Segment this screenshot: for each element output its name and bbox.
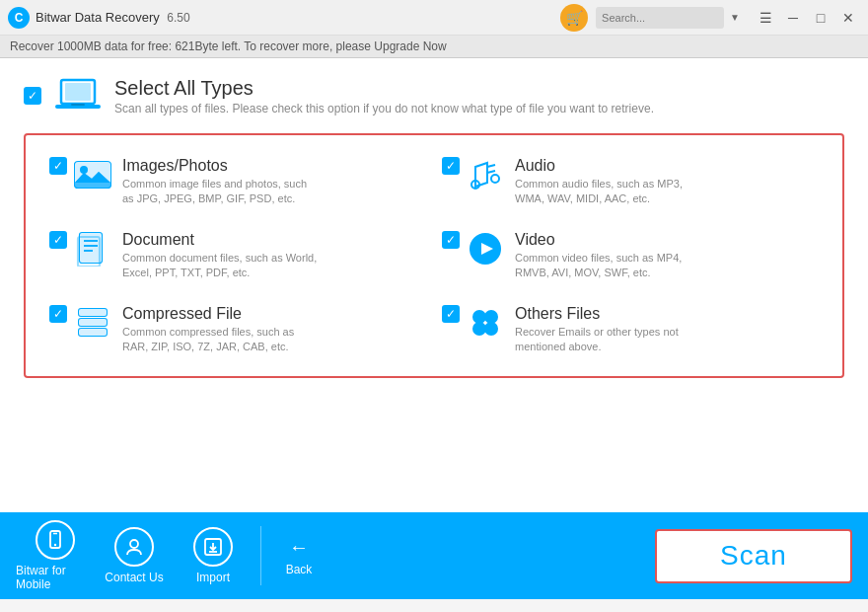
menu-button[interactable]: ☰ [754, 8, 777, 28]
video-title: Video [515, 231, 712, 249]
others-text: Others Files Recover Emails or other typ… [515, 305, 712, 355]
import-button[interactable]: Import [174, 519, 253, 592]
document-checkbox[interactable]: ✓ [49, 231, 67, 249]
video-checkbox[interactable]: ✓ [442, 231, 460, 249]
back-arrow-icon: ← [289, 536, 309, 559]
back-button[interactable]: ← Back [269, 536, 328, 576]
audio-title: Audio [515, 157, 712, 175]
images-description: Common image files and photos, such as J… [122, 177, 320, 207]
document-title: Document [122, 231, 320, 249]
import-label: Import [196, 571, 230, 584]
divider [260, 526, 261, 585]
svg-rect-3 [71, 104, 85, 106]
svg-point-11 [491, 175, 499, 183]
contact-label: Contact Us [105, 571, 163, 584]
svg-line-8 [487, 165, 495, 167]
file-type-audio[interactable]: ✓ Audio Common audio files, such as MP3,… [434, 145, 827, 219]
file-type-images[interactable]: ✓ Images/Photos Common image files and p… [41, 145, 434, 219]
cart-icon[interactable]: 🛒 [560, 4, 588, 32]
svg-point-28 [472, 322, 486, 336]
images-icon [73, 157, 112, 192]
svg-rect-1 [65, 83, 91, 101]
others-title: Others Files [515, 305, 712, 323]
minimize-button[interactable]: ─ [781, 8, 805, 28]
audio-checkbox[interactable]: ✓ [442, 157, 460, 175]
select-all-text: Select All Types Scan all types of files… [114, 77, 654, 115]
compressed-description: Common compressed files, such as RAR, ZI… [122, 325, 320, 355]
import-icon [193, 527, 233, 567]
scan-button[interactable]: Scan [655, 529, 852, 583]
search-input[interactable] [596, 7, 724, 29]
bottom-bar: Bitwar for Mobile Contact Us Import ← Ba… [0, 512, 868, 599]
svg-point-27 [484, 310, 498, 324]
app-name: Bitwar Data Recovery [36, 10, 160, 25]
video-text: Video Common video files, such as MP4, R… [515, 231, 712, 281]
audio-description: Common audio files, such as MP3, WMA, WA… [515, 177, 712, 207]
svg-rect-21 [79, 309, 107, 316]
mobile-icon [36, 520, 75, 560]
contact-icon [114, 527, 154, 567]
document-description: Common document files, such as World, Ex… [122, 251, 320, 281]
audio-text: Audio Common audio files, such as MP3, W… [515, 157, 712, 207]
title-bar: C Bitwar Data Recovery 6.50 🛒 ▼ ☰ ─ □ ✕ [0, 0, 868, 36]
others-description: Recover Emails or other types not mentio… [515, 325, 712, 355]
compressed-checkbox[interactable]: ✓ [49, 305, 67, 323]
file-types-grid: ✓ Images/Photos Common image files and p… [41, 145, 827, 366]
svg-point-29 [484, 322, 498, 336]
svg-line-9 [487, 171, 495, 173]
file-type-video[interactable]: ✓ Video Common video files, such as MP4,… [434, 219, 827, 293]
svg-point-33 [130, 540, 138, 548]
others-icon [466, 305, 505, 341]
compressed-text: Compressed File Common compressed files,… [122, 305, 320, 355]
file-type-others[interactable]: ✓ Others Files Recover Emails or other t… [434, 293, 827, 367]
file-type-document[interactable]: ✓ Document Common document files, such a… [41, 219, 434, 293]
mobile-label: Bitwar for Mobile [16, 564, 95, 591]
back-label: Back [286, 563, 313, 576]
app-logo: C [8, 7, 30, 29]
contact-button[interactable]: Contact Us [95, 519, 174, 592]
svg-point-26 [472, 310, 486, 324]
document-icon [73, 231, 112, 267]
document-text: Document Common document files, such as … [122, 231, 320, 281]
svg-rect-23 [79, 319, 107, 326]
mobile-button[interactable]: Bitwar for Mobile [16, 512, 95, 599]
video-description: Common video files, such as MP4, RMVB, A… [515, 251, 712, 281]
info-message: Recover 1000MB data for free: 621Byte le… [10, 39, 447, 53]
scan-label: Scan [720, 540, 787, 572]
select-all-row: ✓ Select All Types Scan all types of fil… [24, 76, 844, 115]
svg-rect-25 [79, 329, 107, 336]
info-bar: Recover 1000MB data for free: 621Byte le… [0, 36, 868, 58]
search-dropdown-icon[interactable]: ▼ [730, 12, 740, 23]
compressed-icon [73, 305, 112, 341]
select-all-description: Scan all types of files. Please check th… [114, 102, 654, 115]
audio-icon [466, 157, 505, 192]
svg-point-6 [80, 166, 88, 174]
app-version: 6.50 [167, 11, 189, 25]
close-button[interactable]: ✕ [836, 8, 860, 28]
video-icon [466, 231, 505, 267]
main-content: ✓ Select All Types Scan all types of fil… [0, 58, 868, 512]
file-types-box: ✓ Images/Photos Common image files and p… [24, 133, 844, 378]
others-checkbox[interactable]: ✓ [442, 305, 460, 323]
svg-point-31 [54, 544, 56, 546]
select-all-checkbox[interactable]: ✓ [24, 87, 41, 105]
images-text: Images/Photos Common image files and pho… [122, 157, 320, 207]
app-title: Bitwar Data Recovery 6.50 [36, 10, 560, 25]
images-title: Images/Photos [122, 157, 320, 175]
maximize-button[interactable]: □ [809, 8, 832, 28]
laptop-icon [53, 76, 103, 115]
file-type-compressed[interactable]: ✓ Compressed File Common compressed file… [41, 293, 434, 367]
select-all-title: Select All Types [114, 77, 654, 100]
window-controls: ☰ ─ □ ✕ [754, 8, 860, 28]
compressed-title: Compressed File [122, 305, 320, 323]
images-checkbox[interactable]: ✓ [49, 157, 67, 175]
